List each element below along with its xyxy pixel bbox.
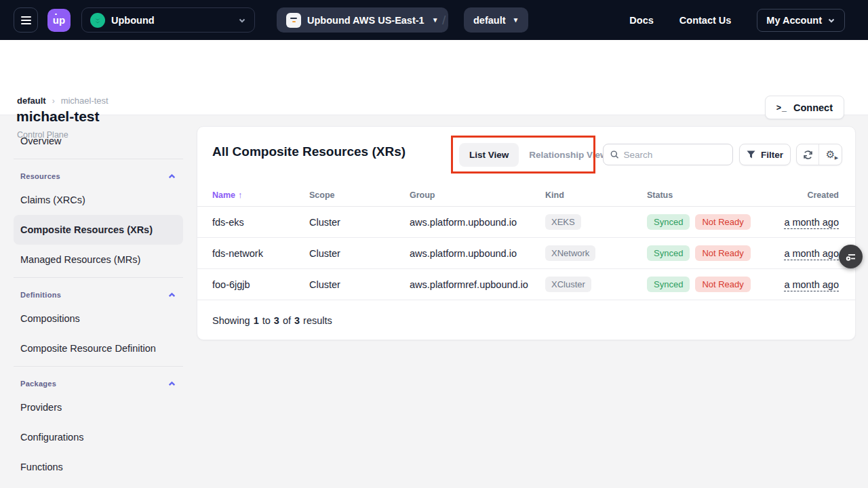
filter-button-label: Filter [761,150,783,160]
created-timestamp[interactable]: a month ago [784,279,839,291]
table-row[interactable]: fds-network Cluster aws.platform.upbound… [197,238,855,269]
page-header: default › michael-test michael-test Cont… [0,40,868,115]
list-view-tab[interactable]: List View [459,143,519,167]
table-header-row: Name ↑ Scope Group Kind Status Created [197,184,855,207]
logo-text: up [53,14,65,26]
sidebar-item-compositions[interactable]: Compositions [14,304,183,333]
kind-badge: XNetwork [545,245,595,261]
organization-avatar-icon [90,13,105,28]
results-summary: Showing 1 to 3 of 3 results [212,300,332,341]
status-badge-not-ready: Not Ready [695,214,750,230]
chevron-down-icon [827,16,835,24]
sidebar-item-configurations[interactable]: Configurations [14,422,183,452]
settings-run-button[interactable]: ⚙▶ [819,144,842,165]
caret-down-icon: ▼ [432,16,439,24]
cell-name: fds-network [212,248,309,259]
divider [14,366,183,367]
column-header-scope[interactable]: Scope [309,190,410,200]
sidebar-item-providers[interactable]: Providers [14,392,183,422]
column-header-name[interactable]: Name ↑ [212,190,309,200]
cell-name: fds-eks [212,217,309,228]
sidebar-item-functions[interactable]: Functions [14,452,183,482]
table-row[interactable]: foo-6jgjb Cluster aws.platformref.upboun… [197,269,855,300]
chevron-up-icon [167,291,176,300]
cell-group: aws.platform.upbound.io [410,217,545,228]
search-box [603,144,733,165]
connect-button[interactable]: >_ Connect [765,96,844,119]
column-header-created[interactable]: Created [807,190,839,200]
gear-play-icon: ⚙▶ [826,148,835,161]
breadcrumb-parent[interactable]: default [17,96,46,106]
table-actions-group: ⚙▶ [796,144,842,165]
terminal-icon: >_ [776,103,787,113]
sidebar-section-resources[interactable]: Resources [14,167,183,185]
feedback-widget-button[interactable] [839,245,863,268]
panel-title: All Composite Resources (XRs) [212,144,406,159]
my-account-menu[interactable]: My Account [757,9,845,32]
sidebar-item-composite-resource-definition[interactable]: Composite Resource Definition [14,333,183,363]
control-plane-selector[interactable]: Upbound AWS US-East-1 ▼ [277,7,448,33]
sidebar-item-claims[interactable]: Claims (XRCs) [14,185,183,215]
status-badge-not-ready: Not Ready [695,277,750,292]
created-timestamp[interactable]: a month ago [784,217,839,229]
sidebar-item-managed-resources[interactable]: Managed Resources (MRs) [14,245,183,274]
menu-hamburger-button[interactable] [14,7,38,33]
filter-button[interactable]: Filter [739,144,791,165]
cell-group: aws.platformref.upbound.io [410,279,545,290]
sidebar: Overview Resources Claims (XRCs) Composi… [14,126,183,482]
column-header-group[interactable]: Group [410,190,545,200]
chevron-down-icon [238,16,246,24]
table-row[interactable]: fds-eks Cluster aws.platform.upbound.io … [197,207,855,238]
refresh-icon [803,150,813,160]
section-title-resources: Resources [20,172,60,180]
refresh-button[interactable] [797,144,819,165]
organization-name: Upbound [111,15,155,26]
group-selector[interactable]: default ▼ [464,7,528,33]
cell-scope: Cluster [309,217,410,228]
sidebar-section-definitions[interactable]: Definitions [14,286,183,304]
control-plane-name: Upbound AWS US-East-1 [307,15,425,26]
status-badge-synced: Synced [647,277,690,292]
status-badge-synced: Synced [647,245,690,261]
search-icon [610,150,618,159]
cell-name: foo-6jgjb [212,279,309,290]
status-badge-not-ready: Not Ready [695,245,750,261]
upbound-logo[interactable]: up [47,9,71,32]
cell-group: aws.platform.upbound.io [410,248,545,259]
section-title-definitions: Definitions [20,291,61,299]
sort-ascending-icon: ↑ [238,190,242,200]
chevron-right-icon: › [52,96,55,106]
sidebar-section-packages[interactable]: Packages [14,375,183,392]
caret-down-icon: ▼ [513,16,519,24]
docs-link[interactable]: Docs [629,15,653,26]
kind-badge: XCluster [545,277,591,292]
composite-resources-panel: All Composite Resources (XRs) List View … [197,126,856,340]
section-title-packages: Packages [20,380,56,388]
divider [14,159,183,159]
cell-scope: Cluster [309,248,410,259]
view-toggle: List View Relationship View [459,143,618,167]
search-input[interactable] [623,150,726,160]
feedback-form-icon [845,251,857,263]
connect-button-label: Connect [793,102,833,113]
kind-badge: XEKS [545,214,581,230]
breadcrumb-current: michael-test [61,96,108,106]
breadcrumb: default › michael-test [17,96,108,106]
created-timestamp[interactable]: a month ago [784,248,839,260]
path-separator: / [442,7,446,33]
chevron-up-icon [167,380,176,388]
contact-us-link[interactable]: Contact Us [679,15,732,26]
column-header-status[interactable]: Status [647,190,807,200]
sidebar-item-overview[interactable]: Overview [14,126,183,156]
column-header-kind[interactable]: Kind [545,190,647,200]
divider [14,277,183,278]
organization-selector[interactable]: Upbound [81,7,255,33]
control-plane-icon [286,13,301,28]
top-navbar: up Upbound Upbound AWS US-East-1 ▼ / def… [0,0,868,40]
page-title: michael-test [16,108,100,125]
cell-scope: Cluster [309,279,410,290]
funnel-icon [747,150,755,159]
sidebar-item-composite-resources[interactable]: Composite Resources (XRs) [14,215,183,245]
chevron-up-icon [167,172,176,181]
my-account-label: My Account [766,15,822,26]
